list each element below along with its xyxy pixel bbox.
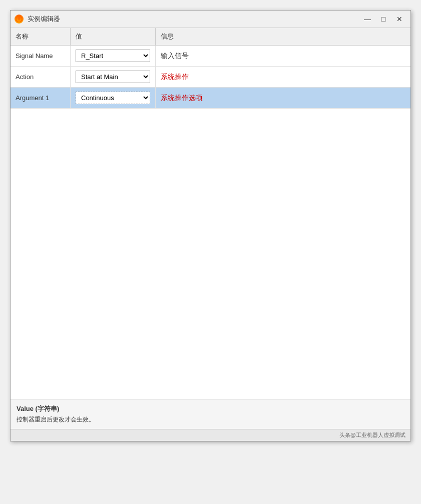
header-value: 值 bbox=[71, 28, 156, 45]
empty-area bbox=[11, 109, 410, 399]
row-1-value: R_Start bbox=[71, 46, 156, 66]
title-bar-controls: — □ ✕ bbox=[360, 14, 406, 25]
title-bar: 实例编辑器 — □ ✕ bbox=[11, 11, 410, 28]
app-icon bbox=[15, 15, 24, 24]
bottom-description: 控制器重启后更改才会生效。 bbox=[17, 415, 404, 424]
row-1-name-text: Signal Name bbox=[16, 52, 53, 60]
row-1-name: Signal Name bbox=[11, 46, 71, 66]
row-3-name: Argument 1 bbox=[11, 88, 71, 108]
table-header: 名称 值 信息 bbox=[11, 28, 410, 46]
close-button[interactable]: ✕ bbox=[392, 14, 406, 25]
content-area: 名称 值 信息 Signal Name R_Start 输入信号 Action bbox=[11, 28, 410, 399]
action-dropdown[interactable]: Start at Main bbox=[76, 71, 150, 83]
row-3-info: 系统操作选项 bbox=[156, 88, 410, 108]
row-1-info: 输入信号 bbox=[156, 46, 410, 66]
row-2-info: 系统操作 bbox=[156, 67, 410, 87]
table-row: Action Start at Main 系统操作 bbox=[11, 67, 410, 88]
argument1-dropdown[interactable]: Continuous bbox=[76, 92, 150, 104]
watermark-text: 头条@工业机器人虚拟调试 bbox=[339, 432, 405, 438]
signal-name-dropdown[interactable]: R_Start bbox=[76, 50, 150, 62]
row-2-value: Start at Main bbox=[71, 67, 156, 87]
row-1-info-text: 输入信号 bbox=[161, 52, 189, 61]
watermark: 头条@工业机器人虚拟调试 bbox=[11, 429, 410, 441]
row-2-info-text: 系统操作 bbox=[161, 73, 189, 82]
bottom-panel: Value (字符串) 控制器重启后更改才会生效。 bbox=[11, 399, 410, 429]
row-2-name: Action bbox=[11, 67, 71, 87]
header-info: 信息 bbox=[156, 28, 410, 45]
table-row: Argument 1 Continuous 系统操作选项 bbox=[11, 88, 410, 109]
main-window: 实例编辑器 — □ ✕ 名称 值 信息 Signal Name R_Start bbox=[10, 10, 411, 441]
row-3-value: Continuous bbox=[71, 88, 156, 108]
header-name: 名称 bbox=[11, 28, 71, 45]
maximize-button[interactable]: □ bbox=[376, 14, 390, 25]
row-3-name-text: Argument 1 bbox=[16, 94, 49, 102]
window-title: 实例编辑器 bbox=[28, 15, 60, 24]
table-row: Signal Name R_Start 输入信号 bbox=[11, 46, 410, 67]
row-2-name-text: Action bbox=[16, 73, 34, 81]
bottom-title: Value (字符串) bbox=[17, 404, 404, 413]
title-bar-left: 实例编辑器 bbox=[15, 15, 60, 24]
row-3-info-text: 系统操作选项 bbox=[161, 94, 203, 103]
minimize-button[interactable]: — bbox=[360, 14, 374, 25]
